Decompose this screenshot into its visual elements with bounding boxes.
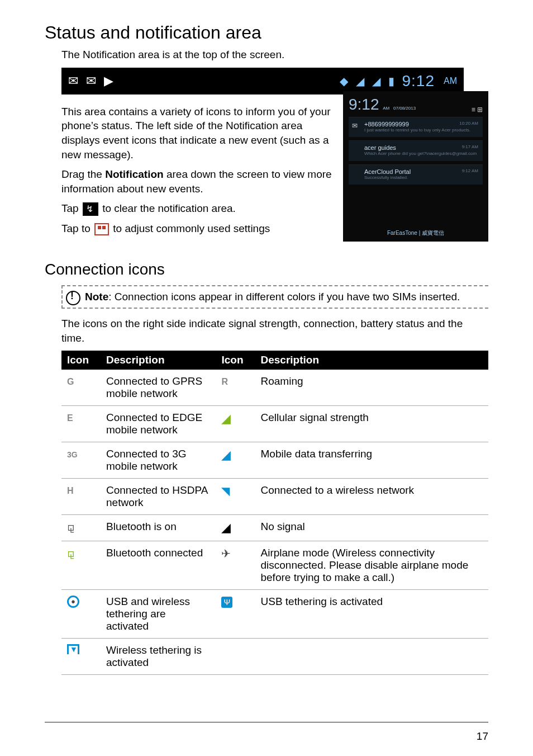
note-box: Note: Connection icons appear in differe… xyxy=(61,285,488,309)
d-usbtether: USB tethering is activated xyxy=(255,590,488,639)
np-item-1: +886999999999 I just wanted to remind yo… xyxy=(349,117,483,138)
np-date: 07/08/2013 xyxy=(393,106,416,111)
table-row: USB and wireless tethering are activated… xyxy=(61,590,488,639)
mail-icon: ✉ xyxy=(86,74,96,88)
wifi-tether-icon xyxy=(67,644,79,654)
np-controls-icon: ≡ ⊞ xyxy=(472,106,483,114)
paragraph-3: The icons on the right side indicate sig… xyxy=(61,316,488,345)
th-icon-1: Icon xyxy=(61,351,101,370)
quick-settings-icon xyxy=(94,223,109,235)
d-roaming: Roaming xyxy=(255,370,488,406)
np-1-ts: 10:20 AM xyxy=(459,121,478,126)
d-nosignal: No signal xyxy=(255,515,488,541)
np-2-title: acer guides xyxy=(364,144,478,151)
table-row: E Connected to EDGE mobile network ◢ Cel… xyxy=(61,406,488,442)
table-row: ⚼ Bluetooth connected ✈ Airplane mode (W… xyxy=(61,541,488,590)
wifi-icon: ◆ xyxy=(340,74,348,88)
np-2-sub: Which Acer phone did you get?\nacerguide… xyxy=(364,151,478,157)
battery-icon: ▮ xyxy=(388,74,394,88)
d-btc: Bluetooth connected xyxy=(101,541,216,590)
notification-panel-screenshot: 9:12 AM 07/08/2013 ≡ ⊞ +886999999999 I j… xyxy=(343,91,488,242)
play-icon: ▶ xyxy=(104,74,113,88)
np-item-3: AcerCloud Portal Successfully installed.… xyxy=(349,164,483,185)
no-signal-icon: ◢ xyxy=(221,521,231,535)
d-3g: Connected to 3G mobile network xyxy=(101,442,216,479)
np-2-ts: 9:17 AM xyxy=(462,144,478,149)
d-wtether: Wireless tethering is activated xyxy=(101,639,216,675)
usb-wifi-tether-icon xyxy=(67,596,79,608)
paragraph-2: Drag the Notification area down the scre… xyxy=(61,167,333,196)
d-bt: Bluetooth is on xyxy=(101,515,216,541)
d-wifi: Connected to a wireless network xyxy=(255,479,488,515)
np-time: 9:12 xyxy=(349,96,379,113)
d-tether: USB and wireless tethering are activated xyxy=(101,590,216,639)
d-airplane: Airplane mode (Wireless connectivity dis… xyxy=(255,541,488,590)
th-desc-2: Description xyxy=(255,351,488,370)
airplane-mode-icon: ✈ xyxy=(221,547,231,560)
page-number: 17 xyxy=(477,730,488,743)
np-footer: FarEasTone | 威寶電信 xyxy=(343,229,488,237)
signal-1-icon: ◢ xyxy=(356,74,364,88)
clear-notifications-icon xyxy=(83,202,98,216)
subsection-title: Connection icons xyxy=(45,261,488,278)
intro-text: The Notification area is at the top of t… xyxy=(61,48,488,62)
paragraph-1: This area contains a variety of icons to… xyxy=(61,105,333,162)
note-label: Note xyxy=(85,291,108,303)
gprs-icon: G xyxy=(67,377,74,386)
table-row: Wireless tethering is activated xyxy=(61,639,488,675)
np-3-ts: 9:12 AM xyxy=(462,168,478,173)
d-edge: Connected to EDGE mobile network xyxy=(101,406,216,442)
np-1-sub: I just wanted to remind you to buy only … xyxy=(364,127,478,133)
signal-2-icon: ◢ xyxy=(372,74,380,88)
usb-tether-icon: Ψ xyxy=(221,597,232,608)
tap-settings-post: to adjust commonly used settings xyxy=(110,223,270,234)
np-ampm: AM xyxy=(383,106,389,111)
d-hsdpa: Connected to HSDPA network xyxy=(101,479,216,515)
edge-icon: E xyxy=(67,413,73,423)
d-gprs: Connected to GPRS mobile network xyxy=(101,370,216,406)
section-title: Status and notification area xyxy=(45,22,488,43)
table-row: G Connected to GPRS mobile network R Roa… xyxy=(61,370,488,406)
tap-clear-line: Tap to clear the notification area. xyxy=(61,201,333,216)
signal-strength-icon: ◢ xyxy=(221,412,231,426)
th-icon-2: Icon xyxy=(216,351,255,370)
tap-settings-line: Tap to to adjust commonly used settings xyxy=(61,221,333,236)
data-transfer-icon: ◢ xyxy=(221,448,231,462)
bluetooth-icon: ⚼ xyxy=(67,521,75,533)
th-desc-1: Description xyxy=(101,351,216,370)
np-3-sub: Successfully installed. xyxy=(364,175,478,181)
footer-rule xyxy=(45,722,488,722)
tap-clear-post: to clear the notification area. xyxy=(99,202,236,214)
clock-time: 9:12 xyxy=(402,72,435,90)
three-g-icon: 3G xyxy=(67,450,78,459)
clock-ampm: AM xyxy=(444,76,457,86)
np-item-2: acer guides Which Acer phone did you get… xyxy=(349,140,483,161)
table-row: H Connected to HSDPA network ◥ Connected… xyxy=(61,479,488,515)
np-3-title: AcerCloud Portal xyxy=(364,168,478,175)
hsdpa-icon: H xyxy=(67,486,74,495)
d-signal: Cellular signal strength xyxy=(255,406,488,442)
p2-bold: Notification xyxy=(105,168,164,180)
status-bar: ✉ ✉ ▶ ◆ ◢ ◢ ▮ 9:12AM xyxy=(61,68,464,94)
sms-icon: ✉ xyxy=(68,74,78,88)
note-text: : Connection icons appear in different c… xyxy=(108,291,460,303)
wifi-connected-icon: ◥ xyxy=(221,485,230,497)
connection-icons-table: Icon Description Icon Description G Conn… xyxy=(61,351,488,675)
roaming-icon: R xyxy=(221,377,228,386)
table-row: 3G Connected to 3G mobile network ◢ Mobi… xyxy=(61,442,488,479)
d-datatrans: Mobile data transferring xyxy=(255,442,488,479)
bluetooth-connected-icon: ⚼ xyxy=(67,547,75,559)
p2-pre: Drag the xyxy=(61,168,105,180)
tap-settings-pre: Tap to xyxy=(61,223,93,234)
tap-clear-pre: Tap xyxy=(61,202,82,214)
table-row: ⚼ Bluetooth is on ◢ No signal xyxy=(61,515,488,541)
